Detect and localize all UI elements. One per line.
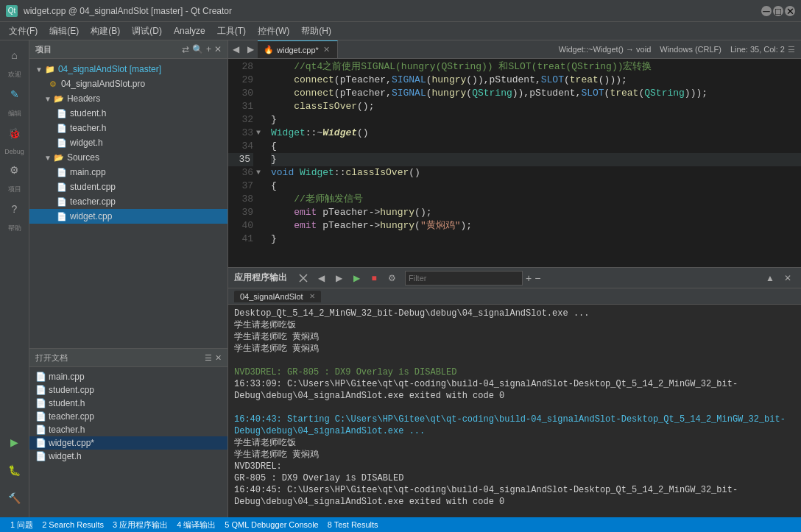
tree-close-icon[interactable]: ✕: [214, 44, 222, 54]
output-run-btn[interactable]: ▶: [349, 271, 364, 285]
open-doc-teacher-cpp[interactable]: 📄 teacher.cpp: [29, 410, 227, 423]
main-cpp-label: main.cpp: [70, 167, 106, 177]
tree-item-pro[interactable]: ⚙ 04_signalAndSlot.pro: [29, 77, 227, 91]
menu-widgets[interactable]: 控件(W): [252, 24, 295, 39]
tree-item-student-h[interactable]: 📄 student.h: [29, 106, 227, 121]
headers-label: Headers: [67, 93, 100, 104]
output-settings-btn[interactable]: ⚙: [384, 271, 399, 285]
fold-32: [256, 113, 265, 127]
sidebar-edit[interactable]: ✎: [3, 82, 27, 106]
out-line-9: 16:40:43: Starting C:\Users\HP\Gitee\qt\…: [234, 414, 795, 437]
code-content[interactable]: //qt4之前使用SIGNAL(hungry(QString)) 和SLOT(t…: [265, 59, 801, 267]
menu-debug[interactable]: 调试(D): [126, 24, 168, 39]
output-tab-04signal[interactable]: 04_signalAndSlot ✕: [234, 291, 321, 302]
out-line-3: 学生请老师吃 黄焖鸡: [234, 331, 795, 343]
output-content[interactable]: Desktop_Qt_5_14_2_MinGW_32_bit-Debug\deb…: [228, 305, 801, 517]
status-search[interactable]: 2 Search Results: [38, 520, 108, 529]
widget-h-icon: 📄: [56, 137, 68, 149]
menu-tools[interactable]: 工具(T): [211, 24, 252, 39]
tree-filter-icon[interactable]: 🔍: [192, 44, 203, 54]
tree-sync-icon[interactable]: ⇄: [182, 44, 189, 54]
fold-29: [256, 74, 265, 87]
status-tests[interactable]: 8 Test Results: [323, 520, 383, 529]
output-minus-btn[interactable]: −: [534, 272, 540, 284]
status-qml[interactable]: 5 QML Debugger Console: [220, 520, 322, 529]
sidebar-project[interactable]: ⚙: [3, 158, 27, 182]
tab-nav-next[interactable]: ▶: [243, 40, 258, 58]
output-close-btn[interactable]: ✕: [780, 271, 795, 285]
open-doc-widget-cpp[interactable]: 📄 widget.cpp*: [29, 436, 227, 450]
open-doc-student-h[interactable]: 📄 student.h: [29, 397, 227, 410]
output-prev-btn[interactable]: ◀: [314, 271, 328, 285]
tree-item-sources[interactable]: ▼ 📂 Sources: [29, 150, 227, 165]
tree-item-main-cpp[interactable]: 📄 main.cpp: [29, 165, 227, 180]
output-filter-input[interactable]: [405, 271, 523, 285]
tree-item-student-cpp[interactable]: 📄 student.cpp: [29, 180, 227, 194]
project-folder-icon: 📁: [44, 63, 56, 75]
open-doc-student-cpp[interactable]: 📄 student.cpp: [29, 383, 227, 397]
open-doc-widget-h[interactable]: 📄 widget.h: [29, 450, 227, 463]
line-num-36: 36: [228, 166, 253, 180]
out-line-1: Desktop_Qt_5_14_2_MinGW_32_bit-Debug\deb…: [234, 308, 795, 319]
sidebar-help[interactable]: ?: [3, 197, 27, 221]
output-maximize-btn[interactable]: ▲: [763, 271, 777, 285]
status-compile[interactable]: 4 编译输出: [172, 519, 220, 531]
tab-file-icon: 🔥: [264, 45, 274, 54]
menu-file[interactable]: 文件(F): [3, 24, 43, 39]
open-doc-teacher-h[interactable]: 📄 teacher.h: [29, 423, 227, 436]
output-tab-close[interactable]: ✕: [309, 292, 315, 300]
menu-analyze[interactable]: Analyze: [168, 24, 211, 38]
sidebar-debug[interactable]: 🐞: [3, 121, 27, 145]
sidebar-debug-run[interactable]: 🐛: [3, 458, 27, 482]
status-output[interactable]: 3 应用程序输出: [108, 519, 172, 531]
teacher-cpp-label: teacher.cpp: [70, 196, 116, 207]
status-problems[interactable]: 1 问题: [6, 519, 38, 531]
code-line-34: {: [271, 140, 801, 153]
tab-settings-icon[interactable]: ☰: [788, 45, 795, 54]
tree-item-teacher-h[interactable]: 📄 teacher.h: [29, 121, 227, 135]
tab-nav-prev[interactable]: ◀: [228, 40, 243, 58]
minimize-button[interactable]: ─: [761, 6, 772, 16]
menu-edit[interactable]: 编辑(E): [43, 24, 85, 39]
tree-add-icon[interactable]: +: [206, 44, 211, 54]
sidebar-run[interactable]: ▶: [3, 430, 27, 454]
fold-31: [256, 100, 265, 113]
maximize-button[interactable]: □: [773, 6, 783, 16]
menu-help[interactable]: 帮助(H): [295, 24, 337, 39]
close-button[interactable]: ✕: [785, 6, 795, 16]
tree-item-widget-cpp[interactable]: 📄 widget.cpp: [29, 209, 227, 224]
sidebar-welcome[interactable]: ⌂: [3, 43, 27, 67]
tree-item-widget-h[interactable]: 📄 widget.h: [29, 135, 227, 150]
widget-cpp-label: widget.cpp: [70, 211, 112, 221]
titlebar: Qt widget.cpp @ 04_signalAndSlot [master…: [0, 0, 801, 22]
output-clear-btn[interactable]: [296, 271, 311, 285]
editor-tab-widget-cpp[interactable]: 🔥 widget.cpp* ✕: [258, 40, 338, 58]
code-line-40: emit pTeacher->hungry("黄焖鸡");: [271, 219, 801, 233]
output-next-btn[interactable]: ▶: [331, 271, 346, 285]
output-add-btn[interactable]: +: [526, 272, 532, 284]
sidebar-icons: ⌂ 欢迎 ✎ 编辑 🐞 Debug ⚙ 项目 ? 帮助 ▶ 🐛 🔨: [0, 40, 29, 517]
line-num-33: 33: [228, 127, 253, 140]
sidebar-build[interactable]: 🔨: [3, 486, 27, 510]
fold-30: [256, 87, 265, 100]
open-doc-main-cpp[interactable]: 📄 main.cpp: [29, 370, 227, 383]
project-label: 04_signalAndSlot [master]: [58, 64, 161, 74]
menu-build[interactable]: 构建(B): [85, 24, 126, 39]
output-stop-btn[interactable]: ■: [367, 271, 381, 285]
open-docs-filter-icon[interactable]: ☰: [205, 353, 212, 363]
student-h-icon: 📄: [56, 107, 68, 119]
tree-item-teacher-cpp[interactable]: 📄 teacher.cpp: [29, 194, 227, 209]
fold-36[interactable]: ▼: [256, 166, 265, 180]
tab-close-icon[interactable]: ✕: [322, 45, 331, 54]
fold-33[interactable]: ▼: [256, 127, 265, 140]
sidebar-project-label: 项目: [8, 185, 21, 194]
open-docs-close-icon[interactable]: ✕: [215, 353, 222, 363]
tree-item-headers[interactable]: ▼ 📂 Headers: [29, 91, 227, 106]
line-num-39: 39: [228, 206, 253, 219]
student-h-label: student.h: [70, 108, 106, 118]
fold-35: [256, 153, 265, 166]
tree-item-project[interactable]: ▼ 📁 04_signalAndSlot [master]: [29, 62, 227, 77]
file-tree-content: ▼ 📁 04_signalAndSlot [master] ⚙ 04_signa…: [29, 59, 227, 348]
code-editor[interactable]: 28 29 30 31 32 33 34 35 36 37 38 39 40 4…: [228, 59, 801, 267]
sidebar-debug-label: Debug: [4, 148, 24, 155]
